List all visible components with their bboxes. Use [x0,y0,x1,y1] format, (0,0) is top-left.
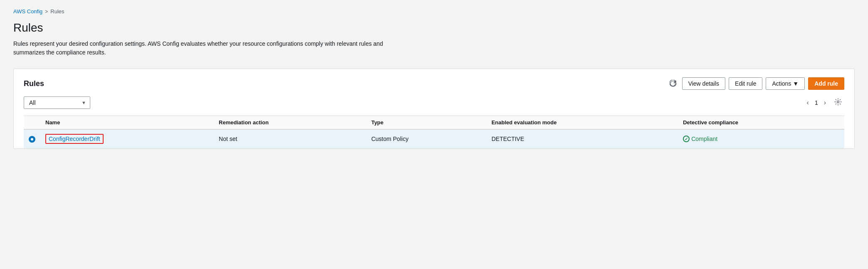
pagination-prev-button[interactable]: ‹ [804,98,811,107]
panel-header: Rules View details Edit rule Actions ▼ A… [24,77,844,90]
col-name: Name [40,116,214,130]
breadcrumb-parent-link[interactable]: AWS Config [13,8,42,15]
table-header: Name Remediation action Type Enabled eva… [24,116,844,130]
actions-button[interactable]: Actions ▼ [766,77,805,90]
row-type-cell: Custom Policy [366,129,487,148]
pagination-next-button[interactable]: › [821,98,828,107]
radio-selected-icon [29,136,35,143]
pagination-controls: ‹ 1 › [804,97,844,109]
row-radio-cell [24,129,40,148]
col-remediation: Remediation action [214,116,366,130]
pagination-current: 1 [815,99,818,106]
refresh-button[interactable] [668,78,679,89]
row-name-cell: ConfigRecorderDrift [40,129,214,148]
page-title: Rules [13,21,855,35]
panel-title: Rules [24,79,44,88]
compliant-check-icon: ✓ [683,136,690,142]
view-details-button[interactable]: View details [682,77,725,90]
compliant-badge: ✓ Compliant [683,136,839,142]
table-body: ConfigRecorderDrift Not set Custom Polic… [24,129,844,148]
add-rule-button[interactable]: Add rule [808,77,844,90]
svg-point-0 [837,101,839,103]
rules-table: Name Remediation action Type Enabled eva… [24,116,844,148]
actions-chevron-icon: ▼ [793,80,799,87]
page-description: Rules represent your desired configurati… [13,39,388,57]
breadcrumb-separator: > [45,9,48,15]
row-remediation-cell: Not set [214,129,366,148]
col-detective-compliance: Detective compliance [678,116,844,130]
breadcrumb-current: Rules [50,8,64,15]
table-settings-button[interactable] [832,97,844,109]
col-select [24,116,40,130]
rule-name-link[interactable]: ConfigRecorderDrift [45,134,104,144]
rules-panel: Rules View details Edit rule Actions ▼ A… [13,69,855,149]
header-actions: View details Edit rule Actions ▼ Add rul… [668,77,844,90]
col-evaluation-mode: Enabled evaluation mode [487,116,678,130]
breadcrumb: AWS Config > Rules [13,8,855,15]
edit-rule-button[interactable]: Edit rule [729,77,762,90]
gear-icon [834,98,842,106]
col-type: Type [366,116,487,130]
filter-select-wrapper: All Compliant Non-compliant No results N… [24,96,90,109]
table-header-row: Name Remediation action Type Enabled eva… [24,116,844,130]
row-evaluation-cell: DETECTIVE [487,129,678,148]
refresh-icon [670,80,677,87]
compliant-label: Compliant [691,136,717,142]
filter-select[interactable]: All Compliant Non-compliant No results N… [24,96,90,109]
filter-row: All Compliant Non-compliant No results N… [24,96,844,109]
page-container: AWS Config > Rules Rules Rules represent… [0,0,868,269]
row-compliance-cell: ✓ Compliant [678,129,844,148]
table-row[interactable]: ConfigRecorderDrift Not set Custom Polic… [24,129,844,148]
